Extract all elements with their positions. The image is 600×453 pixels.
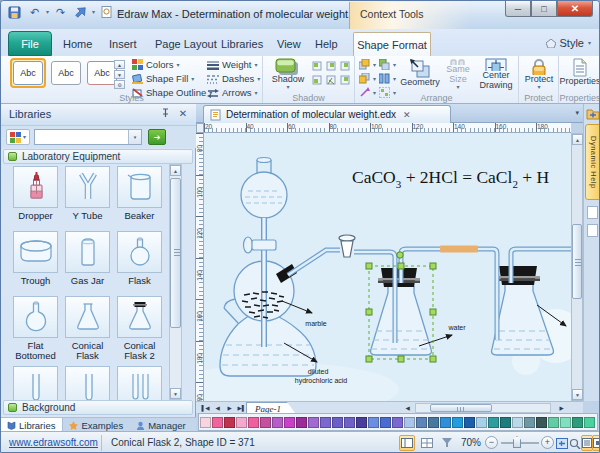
style-gallery-more[interactable]: ⚙	[114, 80, 125, 89]
palette-swatch[interactable]	[320, 417, 331, 428]
document-tab[interactable]: Determination of molecular weight.edx ✕	[203, 105, 451, 123]
tab-home[interactable]: Home	[55, 35, 100, 56]
center-drawing-button[interactable]: Center Drawing	[475, 57, 517, 90]
palette-swatch[interactable]	[452, 417, 463, 428]
zoom-region-button[interactable]	[568, 435, 582, 451]
geometry-button[interactable]: Geometry	[399, 57, 441, 90]
navigate-button[interactable]	[72, 4, 89, 20]
palette-swatch[interactable]	[428, 417, 439, 428]
palette-swatch[interactable]	[416, 417, 427, 428]
library-search-go-button[interactable]: ➔	[148, 129, 166, 145]
library-search-dropdown[interactable]: ▾	[128, 130, 141, 144]
redo-button[interactable]: ↷	[52, 4, 69, 20]
tab-view[interactable]: View	[269, 35, 309, 56]
palette-swatch[interactable]	[572, 417, 583, 428]
print-preview-button[interactable]	[98, 4, 115, 20]
maximize-button[interactable]: □	[531, 1, 557, 17]
normal-view-button[interactable]	[399, 435, 415, 451]
palette-swatch[interactable]	[464, 417, 475, 428]
scroll-up-icon[interactable]: ▲	[572, 134, 583, 145]
minimize-button[interactable]: ─	[505, 1, 531, 17]
chemical-equation[interactable]: CaCO3 + 2HCl = CaCl2 + H	[352, 167, 571, 193]
canvas-vertical-scrollbar[interactable]: ▲ ▼	[571, 133, 583, 401]
tab-overflow-icon[interactable]: ▾	[575, 109, 579, 117]
shape-conical-flask[interactable]	[65, 296, 110, 338]
hscroll-right-icon[interactable]: ▶	[556, 403, 567, 413]
palette-swatch[interactable]	[224, 417, 235, 428]
palette-swatch[interactable]	[584, 417, 595, 428]
page-view-button[interactable]	[419, 435, 435, 451]
palette-swatch[interactable]	[512, 417, 523, 428]
help-page-icon-2[interactable]	[587, 224, 598, 237]
send-backward-button[interactable]: ▾	[359, 73, 376, 84]
last-page-button[interactable]: ▶▌	[236, 403, 247, 413]
palette-swatch[interactable]	[548, 417, 559, 428]
close-button[interactable]: ✕	[557, 1, 593, 17]
style-menu[interactable]: Style ▾	[546, 37, 591, 49]
palette-swatch[interactable]	[488, 417, 499, 428]
shape-test-tube[interactable]	[13, 366, 58, 400]
edrawsoft-link[interactable]: www.edrawsoft.com	[9, 437, 98, 448]
shape-trough[interactable]	[13, 231, 58, 273]
properties-button[interactable]: Properties	[559, 57, 600, 90]
previous-page-button[interactable]: ◀	[212, 403, 223, 413]
bottom-tab-libraries[interactable]: Libraries	[1, 418, 63, 432]
zoom-slider-thumb[interactable]	[513, 436, 521, 448]
style-preview-3[interactable]: Abc	[87, 61, 117, 85]
fit-to-window-button[interactable]	[555, 435, 569, 451]
save-button[interactable]	[6, 4, 23, 20]
palette-swatch[interactable]	[212, 417, 223, 428]
shadow-direction-icons[interactable]	[311, 60, 351, 88]
palette-swatch[interactable]	[368, 417, 379, 428]
palette-swatch[interactable]	[380, 417, 391, 428]
tab-libraries[interactable]: Libraries	[213, 35, 271, 56]
palette-swatch[interactable]	[560, 417, 571, 428]
first-page-button[interactable]: ▌◀	[200, 403, 211, 413]
shape-dropper[interactable]	[13, 166, 58, 208]
palette-swatch[interactable]	[236, 417, 247, 428]
palette-swatch[interactable]	[524, 417, 535, 428]
navigate-dropdown[interactable]: ▾	[92, 9, 95, 15]
hscroll-thumb[interactable]	[430, 404, 492, 412]
library-search-input[interactable]	[36, 131, 128, 143]
palette-swatch[interactable]	[356, 417, 367, 428]
style-preview-2[interactable]: Abc	[51, 61, 81, 85]
palette-swatch[interactable]	[404, 417, 415, 428]
help-page-icon[interactable]	[587, 206, 598, 219]
protect-button[interactable]: Protect ▾	[521, 57, 557, 90]
tab-help[interactable]: Help	[307, 35, 346, 56]
palette-swatch[interactable]	[260, 417, 271, 428]
style-scroll-down[interactable]: ▼	[114, 70, 125, 79]
palette-swatch[interactable]	[272, 417, 283, 428]
shape-gas-jar[interactable]	[65, 231, 110, 273]
drawing-canvas[interactable]: marble diluted hydrochloric acid water	[204, 133, 571, 401]
palette-swatch[interactable]	[248, 417, 259, 428]
panel-close-icon[interactable]: ✕	[176, 108, 190, 122]
palette-swatch[interactable]	[296, 417, 307, 428]
shape-u-tube[interactable]	[117, 366, 162, 400]
colors-button[interactable]: Colors▾	[132, 59, 179, 70]
palette-swatch[interactable]	[200, 417, 211, 428]
palette-swatch[interactable]	[344, 417, 355, 428]
shape-y-tube[interactable]	[65, 166, 110, 208]
next-page-button[interactable]: ▶	[224, 403, 235, 413]
scroll-down-icon[interactable]: ▼	[572, 389, 583, 400]
tab-insert[interactable]: Insert	[101, 35, 145, 56]
scroll-down-icon[interactable]: ▼	[170, 388, 181, 399]
document-close-icon[interactable]: ✕	[403, 110, 411, 120]
zoom-in-button[interactable]: +	[541, 436, 554, 449]
section-laboratory-equipment[interactable]: Laboratory Equipment	[3, 149, 193, 164]
shape-flat-bottomed[interactable]	[13, 296, 58, 338]
hscroll-left-icon[interactable]: ◀	[402, 403, 413, 413]
library-scroll-thumb[interactable]	[170, 178, 181, 328]
palette-swatch[interactable]	[500, 417, 511, 428]
bring-forward-button[interactable]: ▾	[359, 59, 376, 70]
shape-fill-button[interactable]: Shape Fill▾	[132, 73, 194, 84]
palette-swatch[interactable]	[332, 417, 343, 428]
palette-swatch[interactable]	[536, 417, 547, 428]
palette-swatch[interactable]	[476, 417, 487, 428]
pin-icon[interactable]	[158, 108, 172, 122]
align-button[interactable]: ▾	[379, 59, 396, 70]
canvas-horizontal-scrollbar[interactable]	[415, 403, 551, 413]
tab-file[interactable]: File	[8, 31, 52, 56]
